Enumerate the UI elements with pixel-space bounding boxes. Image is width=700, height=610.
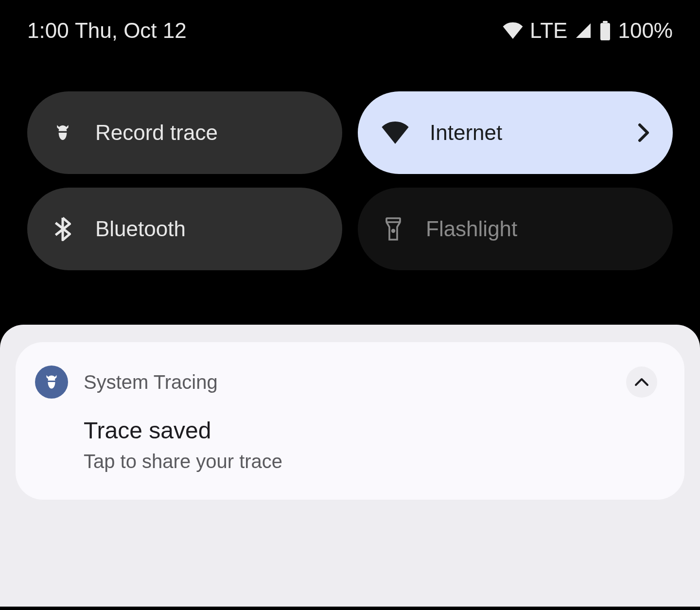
notification-body: Trace saved Tap to share your trace — [84, 417, 657, 472]
chevron-right-icon — [638, 123, 649, 142]
status-right: LTE 100% — [503, 18, 673, 43]
notification-title: Trace saved — [84, 417, 657, 444]
tile-internet[interactable]: Internet — [358, 91, 673, 174]
tile-label: Bluetooth — [95, 217, 319, 241]
status-time: 1:00 — [27, 18, 69, 43]
status-date: Thu, Oct 12 — [75, 18, 187, 43]
tile-bluetooth[interactable]: Bluetooth — [27, 188, 342, 270]
svg-rect-0 — [603, 21, 608, 23]
notification-header: System Tracing — [35, 366, 657, 399]
notification-shade: System Tracing Trace saved Tap to share … — [0, 325, 700, 607]
svg-point-3 — [392, 230, 395, 232]
notification-text: Tap to share your trace — [84, 451, 657, 472]
signal-icon — [574, 22, 593, 39]
status-left: 1:00 Thu, Oct 12 — [27, 18, 187, 43]
battery-icon — [599, 21, 611, 40]
bug-icon — [51, 121, 75, 145]
collapse-button[interactable] — [626, 366, 657, 398]
tile-flashlight[interactable]: Flashlight — [358, 188, 673, 270]
tile-label: Flashlight — [426, 217, 649, 241]
svg-rect-2 — [386, 218, 400, 222]
wifi-icon — [503, 22, 523, 39]
svg-rect-1 — [600, 23, 610, 40]
quick-settings-tiles: Record trace Internet Bluetooth — [0, 43, 700, 270]
battery-percent: 100% — [618, 18, 673, 43]
app-icon — [35, 366, 68, 399]
flashlight-icon — [381, 217, 405, 241]
tile-label: Record trace — [95, 121, 319, 145]
wifi-icon — [381, 121, 409, 145]
notification-card[interactable]: System Tracing Trace saved Tap to share … — [16, 342, 684, 500]
tile-record-trace[interactable]: Record trace — [27, 91, 342, 174]
status-bar: 1:00 Thu, Oct 12 LTE 100% — [0, 0, 700, 43]
bluetooth-icon — [51, 217, 75, 241]
network-label: LTE — [530, 18, 567, 43]
tile-label: Internet — [430, 121, 638, 145]
notification-app-name: System Tracing — [84, 371, 611, 393]
